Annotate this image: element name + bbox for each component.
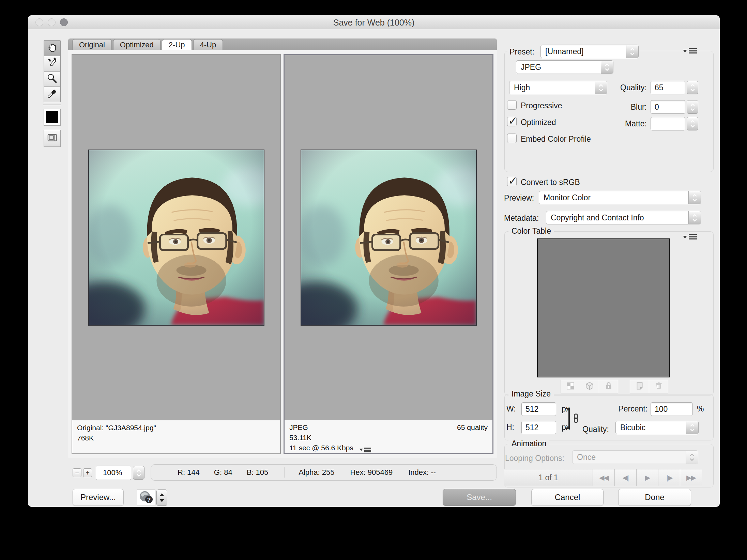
color-table-buttons-left	[561, 380, 618, 393]
current-color-black	[46, 111, 58, 123]
first-frame-button[interactable]: ◀◀	[593, 469, 615, 486]
original-pane[interactable]: Original: "GJ3A8954.jpg" 768K	[72, 54, 281, 454]
window-title: Save for Web (100%)	[28, 18, 720, 28]
cancel-button[interactable]: Cancel	[531, 489, 604, 506]
blur-label: Blur:	[611, 103, 647, 112]
save-button[interactable]: Save...	[443, 489, 516, 506]
preview-mode-value: Monitor Color	[539, 193, 591, 202]
trash-icon	[654, 382, 663, 392]
metadata-dropdown[interactable]: Copyright and Contact Info	[546, 211, 701, 224]
progressive-checkbox[interactable]: ✓	[507, 100, 517, 110]
svg-text:?: ?	[147, 497, 151, 503]
preview-mode-dropdown[interactable]: Monitor Color	[539, 191, 701, 204]
previous-frame-button[interactable]: ◀|	[614, 469, 637, 486]
optimized-pane[interactable]: JPEG 65 quality 53.11K 11 sec @ 56.6 Kbp…	[284, 54, 493, 454]
preview-button-label: Preview...	[80, 493, 116, 502]
done-button[interactable]: Done	[618, 489, 691, 506]
zoom-level-field[interactable]: 100%	[96, 466, 131, 480]
frame-counter: 1 of 1	[504, 469, 593, 486]
width-label: W:	[506, 404, 516, 414]
tab-label: Original	[79, 41, 105, 49]
last-frame-button[interactable]: ▶▶	[680, 469, 702, 486]
delete-color-button[interactable]	[649, 380, 668, 393]
format-dropdown[interactable]: JPEG	[516, 60, 613, 74]
color-table-menu-icon[interactable]	[683, 234, 697, 240]
blur-field[interactable]: 0	[651, 100, 685, 114]
eyedropper-color-swatch[interactable]	[44, 109, 61, 126]
toggle-slices-visibility-button[interactable]	[44, 130, 61, 147]
embed-color-profile-checkbox[interactable]: ✓	[507, 134, 517, 143]
resample-quality-label: Quality:	[582, 425, 609, 434]
zoom-tool-button[interactable]	[44, 71, 60, 87]
metadata-value: Copyright and Contact Info	[546, 213, 644, 222]
optimized-info-strip: JPEG 65 quality 53.11K 11 sec @ 56.6 Kbp…	[285, 420, 492, 453]
tool-divider	[43, 105, 61, 105]
optimized-download-time: 11 sec @ 56.6 Kbps	[289, 443, 488, 453]
percent-field[interactable]: 100	[651, 402, 693, 416]
next-frame-button[interactable]: |▶	[658, 469, 680, 486]
preview-in-browser-button[interactable]: ?	[137, 489, 155, 506]
compression-dropdown[interactable]: High	[509, 81, 607, 94]
download-speed-menu-icon[interactable]	[360, 448, 371, 452]
browser-select-stepper[interactable]	[156, 489, 167, 506]
convert-srgb-checkbox[interactable]: ✓	[507, 177, 517, 186]
color-table-label: Color Table	[508, 227, 554, 236]
preview-button[interactable]: Preview...	[73, 489, 124, 506]
tab-4up[interactable]: 4-Up	[193, 39, 223, 50]
tab-2up[interactable]: 2-Up	[162, 39, 192, 50]
matte-field[interactable]	[651, 117, 685, 130]
height-label: H:	[506, 423, 514, 432]
color-table-swatch-area[interactable]	[537, 238, 670, 377]
embed-color-profile-label: Embed Color Profile	[521, 135, 591, 144]
web-shift-button[interactable]	[580, 380, 599, 393]
optimized-checkbox[interactable]: ✓	[507, 117, 517, 126]
save-for-web-dialog: Save for Web (100%)	[28, 15, 720, 507]
format-value: JPEG	[516, 63, 541, 72]
cancel-button-label: Cancel	[555, 493, 580, 502]
quality-label: Quality:	[611, 83, 647, 92]
preset-dropdown[interactable]: [Unnamed]	[540, 45, 639, 58]
zoom-cluster: − + 100%	[73, 465, 144, 481]
quality-field[interactable]: 65	[651, 81, 685, 94]
eyedropper-tool-button[interactable]	[44, 87, 60, 102]
matte-stepper[interactable]	[687, 117, 698, 130]
slice-select-tool-button[interactable]	[44, 56, 60, 71]
optimized-photo	[301, 150, 477, 326]
zoom-level-stepper[interactable]	[133, 466, 144, 480]
quality-stepper[interactable]	[687, 81, 698, 94]
original-filesize: 768K	[77, 433, 275, 443]
optimized-filesize: 53.11K	[289, 433, 488, 443]
chevron-updown-icon	[601, 61, 613, 74]
tab-label: 2-Up	[169, 41, 185, 49]
done-button-label: Done	[645, 493, 664, 502]
new-color-button[interactable]	[630, 380, 649, 393]
chevron-updown-icon	[688, 211, 701, 224]
optimized-image-area[interactable]	[285, 55, 492, 420]
image-size-label: Image Size	[508, 389, 554, 399]
convert-srgb-label: Convert to sRGB	[521, 178, 580, 187]
preview-area: Original: "GJ3A8954.jpg" 768K	[68, 50, 497, 458]
color-table-buttons-right	[630, 380, 668, 393]
matte-label: Matte:	[611, 119, 647, 128]
original-info-strip: Original: "GJ3A8954.jpg" 768K	[72, 420, 280, 453]
map-transparency-button[interactable]	[561, 380, 580, 393]
looping-options-dropdown[interactable]: Once	[572, 450, 698, 464]
resample-quality-dropdown[interactable]: Bicubic	[615, 421, 699, 434]
play-button[interactable]: ▶	[636, 469, 658, 486]
original-photo	[88, 150, 264, 326]
zoom-out-button[interactable]: −	[73, 468, 81, 477]
hand-icon	[46, 42, 58, 55]
link-icon[interactable]	[571, 413, 581, 425]
chevron-updown-icon	[686, 451, 698, 464]
optimize-menu-icon[interactable]	[683, 48, 697, 54]
zoom-in-button[interactable]: +	[83, 468, 92, 477]
width-field[interactable]: 512	[521, 402, 556, 416]
height-field[interactable]: 512	[521, 421, 556, 434]
original-image-area[interactable]	[72, 55, 280, 420]
blur-stepper[interactable]	[687, 100, 698, 114]
lock-color-button[interactable]	[599, 380, 618, 393]
hand-tool-button[interactable]	[44, 41, 60, 56]
tab-optimized[interactable]: Optimized	[113, 39, 161, 50]
tab-original[interactable]: Original	[72, 39, 112, 50]
readout-green: G: 84	[214, 468, 232, 477]
